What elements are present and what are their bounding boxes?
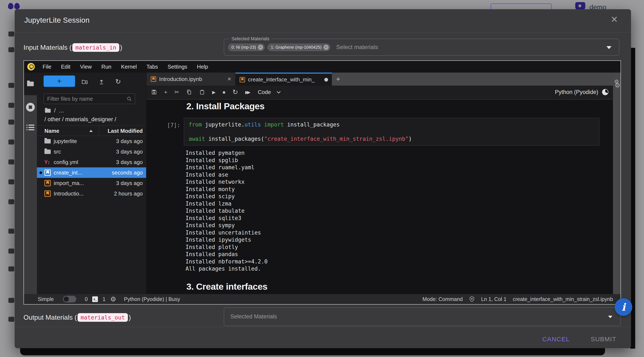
breadcrumb[interactable]: / … — [44, 107, 64, 114]
tab-close-icon[interactable]: ✕ — [227, 76, 232, 82]
file-modified: 3 days ago — [116, 180, 146, 186]
kernel-status[interactable]: Python (Pyodide) | Busy — [124, 296, 180, 302]
breadcrumb-ellipsis[interactable]: … — [59, 107, 64, 114]
cursor-position[interactable]: Ln 1, Col 1 — [481, 296, 506, 302]
filter-files-box — [44, 94, 135, 104]
jupyterlite-session-dialog: JupyterLite Session ✕ Input Materials ( … — [15, 9, 631, 348]
kernels-count[interactable]: 1 — [102, 296, 106, 302]
terminals-count[interactable]: 0 — [85, 296, 88, 302]
close-icon[interactable]: ✕ — [611, 15, 618, 24]
chevron-down-icon[interactable] — [606, 46, 612, 49]
paste-cells-icon[interactable] — [199, 89, 205, 95]
output-materials-label-suffix: ) — [129, 313, 131, 321]
file-row[interactable]: Introductio...2 hours ago — [37, 188, 146, 199]
unsaved-dot-icon[interactable] — [324, 78, 328, 82]
chip-remove-icon[interactable]: ✕ — [324, 45, 329, 50]
table-of-contents-icon[interactable] — [26, 125, 34, 132]
new-tab-button[interactable]: + — [332, 73, 344, 86]
file-row[interactable]: src3 days ago — [37, 146, 146, 157]
notebook-file-icon — [44, 180, 51, 186]
tab-create-interface-with-min-[interactable]: create_interface_with_min_ — [236, 73, 332, 86]
column-name[interactable]: Name — [44, 128, 59, 134]
app-sidebar-icon — [8, 317, 14, 322]
filebrowser-tab[interactable] — [24, 73, 37, 95]
restart-kernel-icon[interactable]: ↻ — [232, 89, 238, 95]
material-chips: 0: Ni (mp-23)✕1: Graphene (mp-1040425)✕S… — [228, 39, 378, 55]
cancel-button[interactable]: CANCEL — [542, 335, 570, 343]
jupyter-body: + ↻ — [24, 73, 620, 294]
info-button[interactable]: i — [615, 298, 632, 316]
file-name: Introductio... — [54, 190, 84, 197]
home-folder-icon[interactable] — [45, 109, 50, 113]
menu-items: FileEditViewRunKernelTabsSettingsHelp — [38, 64, 213, 70]
property-inspector-icon[interactable]: ⚙⚙ — [613, 79, 620, 89]
output-materials-variable: materials_out — [78, 313, 128, 322]
app-sidebar-icon — [8, 159, 14, 164]
cell-type-select[interactable]: Code — [258, 89, 280, 95]
file-row[interactable]: Y:config.yml3 days ago — [37, 157, 146, 167]
cut-cells-icon[interactable]: ✂ — [174, 89, 179, 95]
shield-x-icon[interactable] — [469, 296, 475, 302]
file-name: create_int... — [54, 169, 82, 176]
material-chip[interactable]: 1: Graphene (mp-1040425)✕ — [267, 44, 330, 51]
output-materials-label: Output Materials ( — [24, 313, 77, 321]
new-folder-icon[interactable] — [81, 79, 88, 85]
menu-edit[interactable]: Edit — [56, 64, 75, 70]
breadcrumb-path[interactable]: / other / materials_designer / — [44, 116, 116, 123]
code-line — [189, 128, 594, 135]
chip-remove-icon[interactable]: ✕ — [258, 45, 263, 50]
jupyter-menubar: FileEditViewRunKernelTabsSettingsHelp — [24, 61, 620, 73]
code-cell[interactable]: from jupyterlite.utils import install_pa… — [184, 118, 599, 146]
submit-button[interactable]: SUBMIT — [591, 335, 616, 343]
statusbar-filename: create_interface_with_min_strain_zsl.ipy… — [513, 296, 613, 302]
activity-bar-lower — [24, 95, 37, 294]
refresh-icon[interactable]: ↻ — [115, 78, 121, 86]
menu-help[interactable]: Help — [192, 64, 213, 70]
input-materials-variable: materials_in — [72, 43, 119, 52]
output-materials-row: Output Materials ( materials_out ) — [24, 311, 131, 324]
filter-files-input[interactable] — [44, 94, 135, 104]
insert-cell-icon[interactable]: + — [164, 89, 167, 95]
status-bar: Simple 0 $_ 1 Python (Pyodide) | Busy Mo… — [24, 294, 620, 304]
breadcrumb-root[interactable]: / — [54, 107, 56, 114]
kernel-indicator[interactable]: Python (Pyodide) — [555, 89, 608, 95]
notebook-file-icon — [44, 169, 51, 176]
file-row[interactable]: jupyterlite3 days ago — [37, 136, 146, 146]
file-row[interactable]: import_ma...3 days ago — [37, 178, 146, 188]
notebook-main: Introduction.ipynb✕create_interface_with… — [146, 73, 613, 294]
cpu-icon[interactable] — [110, 296, 116, 302]
menu-file[interactable]: File — [38, 64, 56, 70]
selected-materials-field[interactable]: Selected Materials 0: Ni (mp-23)✕1: Grap… — [224, 39, 619, 56]
search-icon — [126, 96, 132, 102]
code-line: from jupyterlite.utils import install_pa… — [189, 121, 594, 128]
mode-indicator[interactable]: Mode: Command — [422, 296, 463, 302]
file-row[interactable]: create_int...seconds ago — [37, 167, 146, 178]
new-launcher-button[interactable]: + — [44, 76, 75, 87]
terminal-icon[interactable]: $_ — [92, 296, 98, 302]
menu-view[interactable]: View — [75, 64, 97, 70]
stop-kernel-icon[interactable]: ■ — [223, 90, 225, 94]
save-icon[interactable] — [151, 89, 157, 95]
copy-cells-icon[interactable] — [186, 89, 192, 95]
menu-kernel[interactable]: Kernel — [116, 64, 142, 70]
menu-settings[interactable]: Settings — [163, 64, 192, 70]
tab-introduction-ipynb[interactable]: Introduction.ipynb✕ — [146, 73, 236, 86]
upload-icon[interactable] — [98, 79, 105, 85]
kernel-busy-icon — [602, 89, 608, 95]
running-kernels-icon[interactable] — [26, 103, 35, 112]
menu-tabs[interactable]: Tabs — [142, 64, 163, 70]
run-cell-icon[interactable]: ▶ — [212, 90, 216, 94]
sort-ascending-icon[interactable] — [89, 130, 93, 132]
avatar — [575, 2, 585, 10]
output-materials-select[interactable]: Selected Materials — [224, 307, 620, 326]
select-materials-placeholder[interactable]: Select materials — [336, 44, 378, 51]
restart-run-all-icon[interactable]: ▶▶ — [245, 90, 251, 94]
menu-run[interactable]: Run — [97, 64, 116, 70]
column-last-modified[interactable]: Last Modified — [108, 128, 143, 134]
app-sidebar-icon — [8, 103, 14, 108]
tab-bar: Introduction.ipynb✕create_interface_with… — [146, 73, 613, 86]
notebook-content: 2. Install Packages [7]: from jupyterlit… — [146, 99, 613, 294]
simple-mode-toggle[interactable] — [63, 296, 76, 302]
file-modified: 3 days ago — [116, 149, 146, 155]
material-chip[interactable]: 0: Ni (mp-23)✕ — [228, 44, 265, 51]
